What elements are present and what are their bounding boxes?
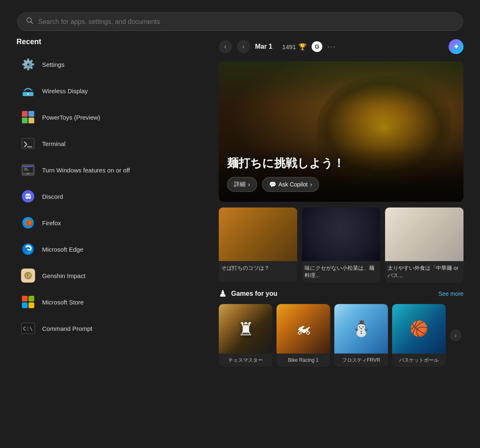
recent-item-label-terminal: Terminal — [42, 140, 66, 147]
recent-item-powertoys[interactable]: PowerToys (Preview) — [17, 105, 206, 130]
main-content: Recent ⚙️ Settings Wireless Display — [17, 38, 463, 440]
search-bar[interactable] — [17, 12, 463, 31]
prev-nav-button[interactable]: ‹ — [219, 40, 232, 53]
svg-text:🎋: 🎋 — [25, 272, 33, 279]
games-title: Games for you — [231, 290, 434, 297]
recent-item-cmd[interactable]: C:\ Command Prompt — [17, 316, 206, 341]
game-thumb-frost: ⛄ — [334, 304, 388, 354]
sub-cards: そば打ちのコツは？ 味にクセがない小松菜は、麺料理... 太りやすい外食は「中華… — [219, 207, 463, 283]
sub-card-1[interactable]: そば打ちのコツは？ — [219, 207, 297, 283]
winfeatures-icon — [21, 163, 35, 177]
recent-item-settings[interactable]: ⚙️ Settings — [17, 52, 206, 77]
copilot-icon[interactable]: ✦ — [449, 39, 463, 54]
settings-icon: ⚙️ — [21, 57, 35, 72]
game-label-frost: フロスティFRVR — [334, 354, 388, 367]
svg-rect-10 — [24, 170, 29, 170]
games-header: ♟ Games for you See more — [219, 288, 463, 299]
more-options-button[interactable]: ··· — [327, 42, 336, 51]
svg-text:C:\: C:\ — [23, 325, 33, 332]
recent-item-winfeatures[interactable]: Turn Windows features on or off — [17, 158, 206, 182]
score-number: 1491 — [282, 43, 296, 50]
svg-point-14 — [28, 196, 30, 197]
sub-card-2-label: 味にクセがない小松菜は、麺料理... — [302, 261, 381, 283]
game-label-chess: チェスマスター — [219, 354, 272, 367]
recent-item-label-firefox: Firefox — [42, 219, 61, 226]
sub-card-3-image — [385, 207, 463, 261]
see-more-button[interactable]: See more — [438, 290, 463, 297]
snowman-icon: ⛄ — [352, 320, 371, 337]
score-area: 1491 🏆 — [282, 43, 307, 51]
user-avatar[interactable]: G — [312, 41, 322, 52]
recent-item-label-msstore: Microsoft Store — [42, 299, 84, 306]
hero-detail-button[interactable]: 詳細 › — [227, 177, 257, 192]
msstore-icon — [21, 295, 35, 309]
discord-icon — [21, 189, 35, 204]
game-thumb-basket: 🏀 — [392, 304, 446, 354]
recent-item-firefox[interactable]: Firefox — [17, 210, 206, 235]
sub-card-1-label: そば打ちのコツは？ — [219, 261, 297, 282]
recent-item-label-cmd: Command Prompt — [42, 325, 92, 332]
copilot-bubble-icon: 💬 — [269, 181, 276, 188]
recent-item-edge[interactable]: Microsoft Edge — [17, 237, 206, 262]
recent-section-title: Recent — [17, 38, 206, 46]
recent-item-genshin[interactable]: 🎋 Genshin Impact — [17, 263, 206, 288]
edge-icon — [21, 242, 35, 257]
right-top-bar: ‹ › Mar 1 1491 🏆 G ··· ✦ — [219, 38, 463, 56]
svg-point-13 — [26, 196, 28, 197]
recent-item-label-genshin: Genshin Impact — [42, 272, 85, 279]
game-card-frost[interactable]: ⛄ フロスティFRVR — [334, 304, 388, 367]
games-section: ♟ Games for you See more ♜ チェスマスター — [219, 288, 463, 367]
recent-item-msstore[interactable]: Microsoft Store — [17, 290, 206, 314]
svg-rect-8 — [23, 166, 33, 167]
next-nav-button[interactable]: › — [237, 40, 250, 53]
hero-buttons: 詳細 › 💬 Ask Copilot › — [227, 177, 455, 192]
games-section-icon: ♟ — [219, 288, 227, 299]
games-grid: ♜ チェスマスター 🏍 Bike Racing 1 ⛄ — [219, 304, 463, 367]
sub-card-2[interactable]: 味にクセがない小松菜は、麺料理... — [302, 207, 381, 283]
recent-item-discord[interactable]: Discord — [17, 184, 206, 209]
recent-item-wireless[interactable]: Wireless Display — [17, 78, 206, 103]
sub-card-2-image — [302, 207, 381, 261]
hero-copilot-button[interactable]: 💬 Ask Copilot › — [262, 177, 319, 192]
recent-item-label-winfeatures: Turn Windows features on or off — [42, 167, 130, 174]
recent-item-terminal[interactable]: Terminal — [17, 131, 206, 156]
game-label-basket: バスケットボール — [392, 354, 446, 367]
svg-rect-9 — [24, 168, 27, 169]
game-card-chess[interactable]: ♜ チェスマスター — [219, 304, 272, 367]
left-panel: Recent ⚙️ Settings Wireless Display — [17, 38, 206, 440]
terminal-icon — [21, 136, 35, 151]
game-label-bike: Bike Racing 1 — [277, 354, 330, 367]
svg-line-1 — [31, 22, 33, 24]
bike-icon: 🏍 — [296, 320, 311, 337]
search-icon — [26, 17, 33, 26]
firefox-icon — [21, 215, 35, 230]
recent-item-label-powertoys: PowerToys (Preview) — [42, 114, 100, 121]
genshin-icon: 🎋 — [21, 268, 35, 283]
hero-overlay: 麺打ちに挑戦しよう！ 詳細 › 💬 Ask Copilot › — [219, 146, 463, 202]
wireless-display-icon — [21, 83, 35, 98]
sub-card-3-label: 太りやすい外食は「中華麺 or パス... — [385, 261, 463, 283]
recent-item-label-discord: Discord — [42, 193, 63, 200]
sub-card-1-image — [219, 207, 297, 261]
cmd-icon: C:\ — [21, 321, 35, 336]
search-input[interactable] — [38, 18, 454, 26]
svg-rect-11 — [26, 173, 30, 174]
powertoys-icon — [21, 110, 35, 125]
svg-point-3 — [27, 93, 29, 95]
chess-icon: ♜ — [238, 318, 254, 340]
date-label: Mar 1 — [255, 43, 272, 50]
recent-item-label-edge: Microsoft Edge — [42, 246, 83, 253]
recent-item-label-settings: Settings — [42, 61, 64, 68]
game-thumb-bike: 🏍 — [277, 304, 330, 354]
hero-card[interactable]: 麺打ちに挑戦しよう！ 詳細 › 💬 Ask Copilot › — [219, 61, 463, 202]
game-card-basket[interactable]: 🏀 バスケットボール — [392, 304, 446, 367]
main-container: Recent ⚙️ Settings Wireless Display — [0, 0, 480, 448]
basketball-icon: 🏀 — [410, 320, 428, 337]
hero-title: 麺打ちに挑戦しよう！ — [227, 156, 455, 171]
svg-rect-4 — [22, 138, 34, 149]
sub-card-3[interactable]: 太りやすい外食は「中華麺 or パス... — [385, 207, 463, 283]
game-card-bike[interactable]: 🏍 Bike Racing 1 — [277, 304, 330, 367]
games-scroll-right-button[interactable]: › — [450, 330, 461, 341]
trophy-icon: 🏆 — [298, 43, 307, 51]
recent-item-label-wireless: Wireless Display — [42, 87, 88, 94]
